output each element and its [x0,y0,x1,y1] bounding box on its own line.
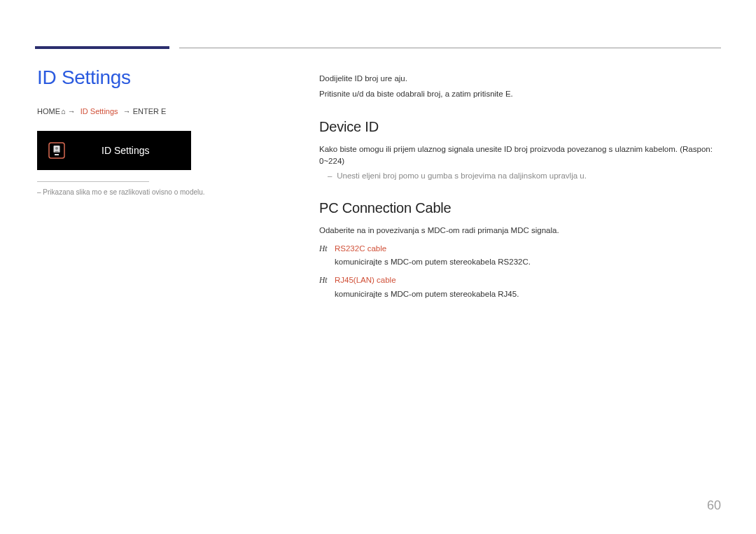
header-rule-line [179,48,721,48]
device-id-note-text: Unesti eljeni broj pomo u gumba s brojev… [337,171,587,180]
list-item: Ht RJ45(LAN) cable komunicirajte s MDC-o… [319,274,725,301]
header-rule-accent [35,46,169,49]
breadcrumb-current: ID Settings [80,107,118,115]
bullet-dash: – [328,170,335,182]
section-title-pc-cable: PC Connection Cable [319,200,725,216]
page-title: ID Settings [37,66,240,89]
device-id-paragraph: Kako biste omogu ili prijem ulaznog sign… [319,143,725,168]
intro-line-2: Pritisnite u/d da biste odabrali broj, a… [319,88,725,101]
footnote-marker: – [37,188,41,196]
intro-line-1: Dodijelite ID broj ure aju. [319,73,725,85]
option-desc: komunicirajte s MDC-om putem stereokabel… [335,288,725,301]
breadcrumb: HOME⌂ → ID Settings → ENTER E [37,107,240,115]
page-number: 60 [707,498,721,513]
breadcrumb-enter: ENTER E [133,107,167,115]
svg-rect-3 [55,154,59,155]
id-settings-icon [47,141,66,160]
left-column: ID Settings HOME⌂ → ID Settings → ENTER … [37,66,240,197]
device-id-note: – Unesti eljeni broj pomo u gumba s broj… [328,170,725,182]
section-title-device-id: Device ID [319,119,725,135]
option-name: RS232C cable [335,244,386,253]
bullet-glyph: Ht [319,274,328,287]
option-desc: komunicirajte s MDC-om putem stereokabel… [335,256,725,269]
menu-preview-box: ID Settings [37,131,191,170]
footnote: – Prikazana slika mo e se razlikovati ov… [37,188,240,197]
bullet-glyph: Ht [319,243,328,255]
home-icon: ⌂ [61,107,66,115]
footnote-text: Prikazana slika mo e se razlikovati ovis… [43,188,204,196]
breadcrumb-sep: → [123,107,133,115]
pc-cable-paragraph: Odaberite na in povezivanja s MDC-om rad… [319,225,725,237]
breadcrumb-home: HOME [37,107,60,115]
option-name: RJ45(LAN) cable [335,276,396,284]
svg-point-2 [55,147,58,150]
menu-item-label: ID Settings [102,145,149,156]
list-item: Ht RS232C cable komunicirajte s MDC-om p… [319,243,725,269]
pc-cable-options: Ht RS232C cable komunicirajte s MDC-om p… [319,243,725,301]
right-column: Dodijelite ID broj ure aju. Pritisnite u… [319,73,725,307]
breadcrumb-sep: → [68,107,78,115]
footnote-divider [37,181,149,182]
